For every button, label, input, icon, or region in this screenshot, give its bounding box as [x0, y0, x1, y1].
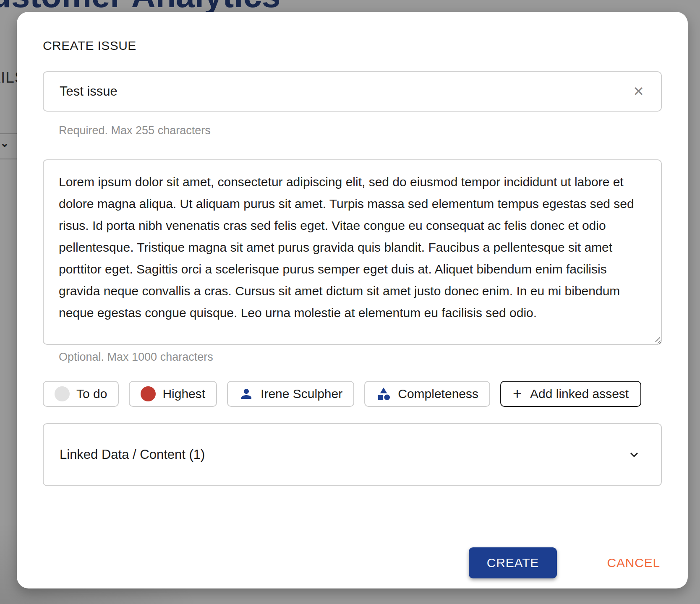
category-icon [376, 386, 391, 401]
status-select[interactable]: To do [43, 381, 119, 407]
status-label: To do [76, 387, 107, 401]
issue-attribute-chips: To do Highest Irene Sculpher Completenes… [43, 381, 641, 407]
chevron-down-icon[interactable] [627, 447, 642, 462]
priority-select[interactable]: Highest [129, 381, 217, 407]
add-linked-asset-button[interactable]: + Add linked assest [500, 381, 641, 407]
assignee-label: Irene Sculpher [261, 387, 342, 401]
clear-icon[interactable]: ✕ [633, 72, 644, 111]
description-textarea[interactable]: Lorem ipsum dolor sit amet, consectetur … [43, 159, 662, 345]
person-icon [239, 386, 254, 401]
assignee-select[interactable]: Irene Sculpher [227, 381, 354, 407]
dimension-select[interactable]: Completeness [364, 381, 490, 407]
add-linked-asset-label: Add linked assest [530, 387, 629, 401]
create-issue-dialog: CREATE ISSUE ✕ Required. Max 255 charact… [17, 12, 688, 588]
linked-data-label: Linked Data / Content (1) [60, 447, 205, 462]
description-helper-text: Optional. Max 1000 characters [59, 351, 213, 364]
priority-dot-icon [141, 386, 156, 401]
create-button[interactable]: CREATE [469, 547, 557, 578]
linked-data-accordion[interactable]: Linked Data / Content (1) [43, 423, 662, 486]
summary-input[interactable] [44, 72, 661, 111]
priority-label: Highest [162, 387, 205, 401]
cancel-button[interactable]: CANCEL [607, 547, 661, 578]
plus-icon: + [513, 386, 522, 401]
status-dot-icon [55, 386, 70, 401]
dialog-title: CREATE ISSUE [43, 39, 136, 53]
summary-field-container: ✕ [43, 71, 662, 112]
summary-helper-text: Required. Max 255 characters [59, 124, 211, 137]
description-field-container: Lorem ipsum dolor sit amet, consectetur … [43, 159, 662, 345]
dimension-label: Completeness [398, 387, 478, 401]
